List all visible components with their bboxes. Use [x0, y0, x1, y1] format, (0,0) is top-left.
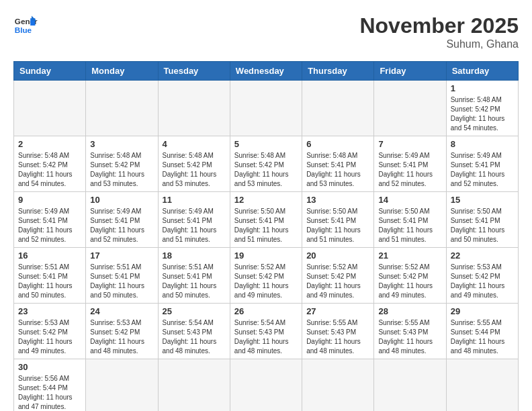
- day-number: 7: [378, 139, 441, 149]
- day-number: 13: [306, 195, 369, 205]
- day-number: 24: [90, 306, 153, 316]
- header: General Blue November 2025 Suhum, Ghana: [13, 13, 519, 50]
- calendar-cell: [446, 359, 518, 412]
- header-saturday: Saturday: [446, 62, 518, 81]
- day-number: 19: [234, 250, 298, 261]
- day-number: 26: [234, 306, 298, 316]
- day-number: 30: [18, 362, 81, 372]
- day-number: 10: [90, 195, 153, 205]
- calendar-cell: 4Sunrise: 5:48 AM Sunset: 5:42 PM Daylig…: [158, 136, 230, 192]
- calendar-cell: 29Sunrise: 5:55 AM Sunset: 5:44 PM Dayli…: [446, 304, 518, 359]
- calendar-cell: [302, 81, 374, 136]
- day-number: 27: [306, 306, 369, 316]
- day-info: Sunrise: 5:48 AM Sunset: 5:42 PM Dayligh…: [163, 151, 226, 189]
- calendar-cell: 30Sunrise: 5:56 AM Sunset: 5:44 PM Dayli…: [14, 359, 86, 412]
- day-number: 28: [378, 306, 441, 316]
- day-info: Sunrise: 5:49 AM Sunset: 5:41 PM Dayligh…: [163, 207, 226, 244]
- day-info: Sunrise: 5:53 AM Sunset: 5:42 PM Dayligh…: [451, 263, 514, 300]
- calendar-cell: 19Sunrise: 5:52 AM Sunset: 5:42 PM Dayli…: [230, 248, 302, 304]
- day-number: 2: [18, 139, 81, 149]
- calendar-cell: 11Sunrise: 5:49 AM Sunset: 5:41 PM Dayli…: [158, 192, 230, 248]
- calendar-cell: 8Sunrise: 5:49 AM Sunset: 5:41 PM Daylig…: [446, 136, 518, 192]
- calendar-cell: 23Sunrise: 5:53 AM Sunset: 5:42 PM Dayli…: [14, 304, 86, 359]
- calendar-cell: 18Sunrise: 5:51 AM Sunset: 5:41 PM Dayli…: [158, 248, 230, 304]
- day-info: Sunrise: 5:56 AM Sunset: 5:44 PM Dayligh…: [18, 374, 81, 411]
- calendar-cell: 24Sunrise: 5:53 AM Sunset: 5:42 PM Dayli…: [86, 304, 158, 359]
- day-info: Sunrise: 5:55 AM Sunset: 5:43 PM Dayligh…: [378, 318, 441, 356]
- calendar-cell: [158, 81, 230, 136]
- day-info: Sunrise: 5:55 AM Sunset: 5:43 PM Dayligh…: [306, 318, 369, 356]
- day-number: 4: [163, 139, 226, 149]
- day-number: 9: [18, 195, 81, 205]
- calendar-cell: 17Sunrise: 5:51 AM Sunset: 5:41 PM Dayli…: [86, 248, 158, 304]
- calendar-cell: 7Sunrise: 5:49 AM Sunset: 5:41 PM Daylig…: [374, 136, 446, 192]
- day-info: Sunrise: 5:51 AM Sunset: 5:41 PM Dayligh…: [90, 263, 153, 300]
- day-number: 14: [378, 195, 441, 205]
- calendar-cell: 22Sunrise: 5:53 AM Sunset: 5:42 PM Dayli…: [446, 248, 518, 304]
- day-info: Sunrise: 5:51 AM Sunset: 5:41 PM Dayligh…: [163, 263, 226, 300]
- calendar-cell: 15Sunrise: 5:50 AM Sunset: 5:41 PM Dayli…: [446, 192, 518, 248]
- calendar-cell: 13Sunrise: 5:50 AM Sunset: 5:41 PM Dayli…: [302, 192, 374, 248]
- day-number: 18: [163, 250, 226, 261]
- calendar-cell: 28Sunrise: 5:55 AM Sunset: 5:43 PM Dayli…: [374, 304, 446, 359]
- day-number: 5: [234, 139, 298, 149]
- calendar-cell: 2Sunrise: 5:48 AM Sunset: 5:42 PM Daylig…: [14, 136, 86, 192]
- day-info: Sunrise: 5:48 AM Sunset: 5:42 PM Dayligh…: [18, 151, 81, 189]
- week-row-5: 30Sunrise: 5:56 AM Sunset: 5:44 PM Dayli…: [14, 359, 519, 412]
- calendar-cell: [302, 359, 374, 412]
- calendar-cell: 12Sunrise: 5:50 AM Sunset: 5:41 PM Dayli…: [230, 192, 302, 248]
- title-section: November 2025 Suhum, Ghana: [359, 13, 519, 50]
- calendar-cell: 20Sunrise: 5:52 AM Sunset: 5:42 PM Dayli…: [302, 248, 374, 304]
- day-info: Sunrise: 5:54 AM Sunset: 5:43 PM Dayligh…: [234, 318, 298, 356]
- day-info: Sunrise: 5:49 AM Sunset: 5:41 PM Dayligh…: [378, 151, 441, 189]
- day-number: 29: [451, 306, 514, 316]
- day-info: Sunrise: 5:48 AM Sunset: 5:42 PM Dayligh…: [451, 95, 514, 133]
- calendar-cell: 3Sunrise: 5:48 AM Sunset: 5:42 PM Daylig…: [86, 136, 158, 192]
- day-info: Sunrise: 5:50 AM Sunset: 5:41 PM Dayligh…: [234, 207, 298, 244]
- week-row-1: 2Sunrise: 5:48 AM Sunset: 5:42 PM Daylig…: [14, 136, 519, 192]
- day-number: 8: [451, 139, 514, 149]
- days-header-row: Sunday Monday Tuesday Wednesday Thursday…: [14, 62, 519, 81]
- calendar-cell: 25Sunrise: 5:54 AM Sunset: 5:43 PM Dayli…: [158, 304, 230, 359]
- day-number: 1: [451, 83, 514, 93]
- header-wednesday: Wednesday: [230, 62, 302, 81]
- day-info: Sunrise: 5:53 AM Sunset: 5:42 PM Dayligh…: [90, 318, 153, 356]
- week-row-3: 16Sunrise: 5:51 AM Sunset: 5:41 PM Dayli…: [14, 248, 519, 304]
- day-number: 12: [234, 195, 298, 205]
- header-monday: Monday: [86, 62, 158, 81]
- calendar-cell: 14Sunrise: 5:50 AM Sunset: 5:41 PM Dayli…: [374, 192, 446, 248]
- day-info: Sunrise: 5:48 AM Sunset: 5:41 PM Dayligh…: [306, 151, 369, 189]
- header-tuesday: Tuesday: [158, 62, 230, 81]
- calendar-cell: 27Sunrise: 5:55 AM Sunset: 5:43 PM Dayli…: [302, 304, 374, 359]
- calendar-cell: [374, 359, 446, 412]
- day-info: Sunrise: 5:49 AM Sunset: 5:41 PM Dayligh…: [18, 207, 81, 244]
- calendar-cell: 10Sunrise: 5:49 AM Sunset: 5:41 PM Dayli…: [86, 192, 158, 248]
- calendar-cell: 1Sunrise: 5:48 AM Sunset: 5:42 PM Daylig…: [446, 81, 518, 136]
- day-info: Sunrise: 5:55 AM Sunset: 5:44 PM Dayligh…: [451, 318, 514, 356]
- day-info: Sunrise: 5:48 AM Sunset: 5:42 PM Dayligh…: [90, 151, 153, 189]
- day-number: 3: [90, 139, 153, 149]
- logo: General Blue: [13, 13, 38, 38]
- day-info: Sunrise: 5:49 AM Sunset: 5:41 PM Dayligh…: [90, 207, 153, 244]
- day-number: 23: [18, 306, 81, 316]
- calendar-cell: 21Sunrise: 5:52 AM Sunset: 5:42 PM Dayli…: [374, 248, 446, 304]
- calendar-cell: [158, 359, 230, 412]
- calendar-cell: [14, 81, 86, 136]
- header-sunday: Sunday: [14, 62, 86, 81]
- header-friday: Friday: [374, 62, 446, 81]
- day-number: 17: [90, 250, 153, 261]
- svg-text:Blue: Blue: [15, 26, 32, 34]
- day-info: Sunrise: 5:52 AM Sunset: 5:42 PM Dayligh…: [378, 263, 441, 300]
- week-row-0: 1Sunrise: 5:48 AM Sunset: 5:42 PM Daylig…: [14, 81, 519, 136]
- day-number: 16: [18, 250, 81, 261]
- day-number: 15: [451, 195, 514, 205]
- day-info: Sunrise: 5:50 AM Sunset: 5:41 PM Dayligh…: [451, 207, 514, 244]
- month-title: November 2025: [359, 13, 519, 38]
- day-info: Sunrise: 5:49 AM Sunset: 5:41 PM Dayligh…: [451, 151, 514, 189]
- header-thursday: Thursday: [302, 62, 374, 81]
- calendar-cell: [230, 359, 302, 412]
- calendar-cell: 5Sunrise: 5:48 AM Sunset: 5:42 PM Daylig…: [230, 136, 302, 192]
- calendar-cell: 16Sunrise: 5:51 AM Sunset: 5:41 PM Dayli…: [14, 248, 86, 304]
- logo-icon: General Blue: [13, 13, 38, 38]
- day-number: 11: [163, 195, 226, 205]
